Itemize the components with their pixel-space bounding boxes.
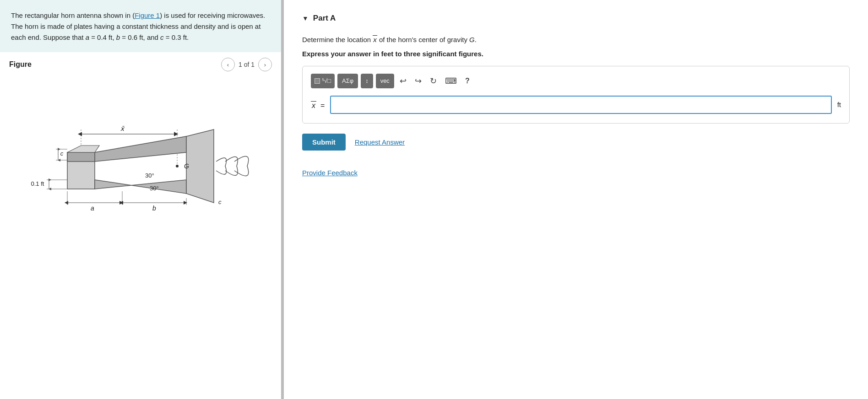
figure-count: 1 of 1 [239, 61, 255, 68]
problem-text: The rectangular horn antenna shown in (F… [11, 11, 265, 41]
svg-marker-8 [186, 129, 214, 203]
answer-container: ⁵√□ ΑΣφ ↕ vec ↩ ↪ ↻ ⌨ ? [302, 66, 850, 124]
part-title: Part A [313, 14, 336, 23]
svg-text:b: b [152, 205, 156, 212]
redo-button[interactable]: ↪ [412, 74, 424, 88]
svg-text:c: c [218, 199, 222, 205]
radical-icon: ⁵√□ [322, 77, 331, 84]
svg-text:30°: 30° [145, 172, 154, 179]
svg-text:30°: 30° [150, 185, 159, 192]
input-unit: ft [837, 101, 841, 108]
svg-point-19 [176, 165, 179, 167]
vec-button[interactable]: vec [376, 74, 394, 88]
question-line1: Determine the location x of the horn's c… [302, 33, 850, 45]
figure-label: Figure [9, 60, 32, 69]
provide-feedback-button[interactable]: Provide Feedback [302, 169, 358, 177]
svg-text:G: G [184, 162, 189, 170]
answer-input[interactable] [330, 96, 831, 114]
figure-nav: ‹ 1 of 1 › [221, 58, 272, 71]
vec-label: vec [380, 77, 390, 84]
undo-icon: ↩ [400, 76, 407, 86]
svg-rect-0 [22, 81, 260, 283]
keyboard-icon: ⌨ [445, 76, 457, 86]
horn-antenna-diagram: x̄ c [22, 81, 260, 283]
left-panel: The rectangular horn antenna shown in (F… [0, 0, 284, 399]
figure-image-area: x̄ c [9, 77, 272, 287]
svg-marker-9 [67, 152, 95, 162]
figure1-link[interactable]: Figure 1 [135, 11, 160, 19]
svg-text:0.1 ft: 0.1 ft [31, 180, 44, 187]
next-figure-button[interactable]: › [258, 58, 272, 71]
question-line2: Express your answer in feet to three sig… [302, 50, 850, 58]
svg-text:c: c [60, 150, 64, 157]
refresh-button[interactable]: ↻ [427, 74, 439, 88]
action-row: Submit Request Answer [302, 134, 850, 151]
input-prefix: x = [311, 100, 325, 110]
greek-button[interactable]: ΑΣφ [337, 74, 358, 88]
redo-icon: ↪ [415, 76, 422, 86]
figure-header: Figure ‹ 1 of 1 › [9, 58, 272, 71]
prev-figure-button[interactable]: ‹ [221, 58, 235, 71]
input-row: x = ft [311, 96, 841, 114]
keyboard-button[interactable]: ⌨ [442, 74, 460, 88]
part-header: ▼ Part A [302, 14, 850, 23]
submit-button[interactable]: Submit [302, 134, 346, 151]
right-panel: ▼ Part A Determine the location x of the… [284, 0, 868, 399]
formula-button[interactable]: ⁵√□ [311, 74, 335, 88]
help-label: ? [465, 77, 470, 85]
sort-icon: ↕ [365, 77, 369, 84]
checkbox-icon [315, 78, 320, 84]
sort-button[interactable]: ↕ [361, 74, 373, 88]
answer-toolbar: ⁵√□ ΑΣφ ↕ vec ↩ ↪ ↻ ⌨ ? [311, 74, 841, 88]
figure-section: Figure ‹ 1 of 1 › x̄ [0, 52, 281, 399]
svg-text:a: a [91, 205, 94, 212]
undo-button[interactable]: ↩ [397, 74, 409, 88]
refresh-icon: ↻ [430, 76, 437, 86]
request-answer-button[interactable]: Request Answer [355, 138, 405, 146]
greek-label: ΑΣφ [342, 77, 353, 84]
help-button[interactable]: ? [462, 75, 472, 87]
problem-text-box: The rectangular horn antenna shown in (F… [0, 0, 281, 52]
part-collapse-arrow[interactable]: ▼ [302, 15, 309, 22]
